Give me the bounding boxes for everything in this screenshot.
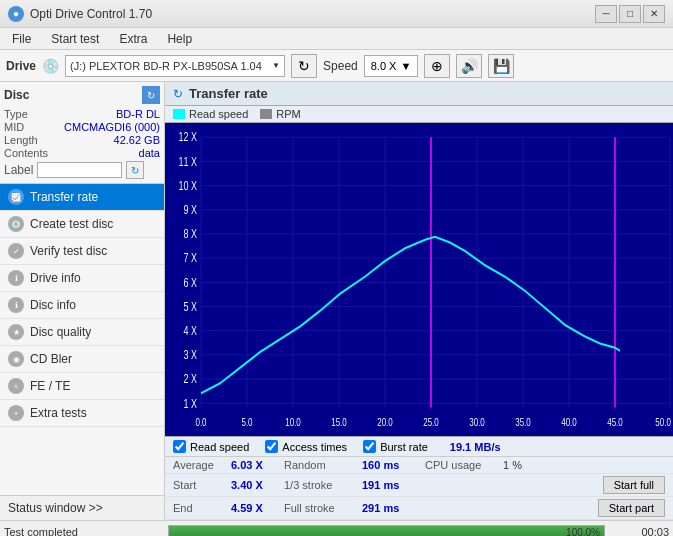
burst-rate-checkbox-item: Burst rate: [363, 440, 428, 453]
menu-file[interactable]: File: [4, 30, 39, 48]
svg-text:8 X: 8 X: [184, 227, 198, 241]
burst-rate-checkbox[interactable]: [363, 440, 376, 453]
verify-test-disc-icon: ✓: [8, 243, 24, 259]
svg-text:15.0: 15.0: [331, 416, 347, 429]
legend-rpm-color: [260, 109, 272, 119]
drive-label: Drive: [6, 59, 36, 73]
nav-item-create-test-disc-label: Create test disc: [30, 217, 113, 231]
nav-item-transfer-rate[interactable]: 📈 Transfer rate: [0, 184, 164, 211]
fe-te-icon: ≈: [8, 378, 24, 394]
one-third-stroke-value: 191 ms: [362, 479, 417, 491]
stats-row-average: Average 6.03 X Random 160 ms CPU usage 1…: [165, 457, 673, 474]
end-value: 4.59 X: [231, 502, 276, 514]
nav-item-fe-te-label: FE / TE: [30, 379, 70, 393]
speed-value: 8.0 X: [371, 60, 397, 72]
nav-item-create-test-disc[interactable]: 💿 Create test disc: [0, 211, 164, 238]
nav-item-extra-tests[interactable]: + Extra tests: [0, 400, 164, 427]
disc-contents-value: data: [139, 147, 160, 159]
full-stroke-label: Full stroke: [284, 502, 354, 514]
svg-text:4 X: 4 X: [184, 323, 198, 337]
drive-select[interactable]: (J:) PLEXTOR BD-R PX-LB950SA 1.04 ▼: [65, 55, 285, 77]
average-label: Average: [173, 459, 223, 471]
start-full-button[interactable]: Start full: [603, 476, 665, 494]
transfer-rate-chart: 12 X 11 X 10 X 9 X 8 X 7 X 6 X 5 X 4 X 3…: [165, 123, 673, 436]
nav-item-transfer-rate-label: Transfer rate: [30, 190, 98, 204]
disc-contents-row: Contents data: [4, 147, 160, 159]
access-times-checkbox[interactable]: [265, 440, 278, 453]
start-part-button[interactable]: Start part: [598, 499, 665, 517]
bottom-panel: Read speed Access times Burst rate 19.1 …: [165, 436, 673, 520]
svg-text:5 X: 5 X: [184, 299, 198, 313]
svg-text:20.0: 20.0: [377, 416, 393, 429]
nav-item-fe-te[interactable]: ≈ FE / TE: [0, 373, 164, 400]
nav-item-disc-info[interactable]: ℹ Disc info: [0, 292, 164, 319]
legend-read-speed: Read speed: [173, 108, 248, 120]
legend-read-speed-label: Read speed: [189, 108, 248, 120]
svg-text:30.0: 30.0: [469, 416, 485, 429]
svg-text:9 X: 9 X: [184, 202, 198, 216]
menu-help[interactable]: Help: [159, 30, 200, 48]
svg-text:11 X: 11 X: [179, 154, 198, 168]
status-text: Test completed: [4, 526, 164, 537]
status-time: 00:03: [609, 526, 669, 537]
disc-length-value: 42.62 GB: [114, 134, 160, 146]
speed-label: Speed: [323, 59, 358, 73]
main-layout: Disc ↻ Type BD-R DL MID CMCMAGDI6 (000) …: [0, 82, 673, 520]
svg-text:40.0: 40.0: [561, 416, 577, 429]
status-window-button[interactable]: Status window >>: [0, 495, 164, 520]
nav-items: 📈 Transfer rate 💿 Create test disc ✓ Ver…: [0, 184, 164, 495]
toolbar-btn-3[interactable]: 💾: [488, 54, 514, 78]
read-speed-checkbox[interactable]: [173, 440, 186, 453]
nav-item-drive-info[interactable]: ℹ Drive info: [0, 265, 164, 292]
toolbar-btn-2[interactable]: 🔊: [456, 54, 482, 78]
svg-text:1 X: 1 X: [184, 396, 198, 410]
disc-info-icon: ℹ: [8, 297, 24, 313]
read-speed-checkbox-item: Read speed: [173, 440, 249, 453]
nav-item-disc-quality[interactable]: ★ Disc quality: [0, 319, 164, 346]
svg-text:5.0: 5.0: [241, 416, 253, 429]
average-value: 6.03 X: [231, 459, 276, 471]
disc-label-key: Label: [4, 163, 33, 177]
progress-text: 100.0%: [566, 526, 600, 537]
start-label: Start: [173, 479, 223, 491]
window-controls: ─ □ ✕: [595, 5, 665, 23]
menu-start-test[interactable]: Start test: [43, 30, 107, 48]
disc-length-label: Length: [4, 134, 38, 146]
disc-mid-row: MID CMCMAGDI6 (000): [4, 121, 160, 133]
burst-rate-checkbox-label: Burst rate: [380, 441, 428, 453]
disc-label-edit-button[interactable]: ↻: [126, 161, 144, 179]
nav-item-cd-bler[interactable]: ◉ CD Bler: [0, 346, 164, 373]
main-content: ↻ Transfer rate Read speed RPM: [165, 82, 673, 520]
close-button[interactable]: ✕: [643, 5, 665, 23]
disc-mid-value: CMCMAGDI6 (000): [64, 121, 160, 133]
chart-legend: Read speed RPM: [165, 106, 673, 123]
status-bar: Test completed 100.0% 00:03: [0, 520, 673, 536]
legend-rpm-label: RPM: [276, 108, 300, 120]
disc-type-label: Type: [4, 108, 28, 120]
speed-select[interactable]: 8.0 X ▼: [364, 55, 419, 77]
disc-quality-icon: ★: [8, 324, 24, 340]
read-speed-checkbox-label: Read speed: [190, 441, 249, 453]
svg-text:2 X: 2 X: [184, 372, 198, 386]
nav-item-disc-info-label: Disc info: [30, 298, 76, 312]
access-times-checkbox-item: Access times: [265, 440, 347, 453]
svg-text:7 X: 7 X: [184, 251, 198, 265]
create-test-disc-icon: 💿: [8, 216, 24, 232]
minimize-button[interactable]: ─: [595, 5, 617, 23]
nav-item-drive-info-label: Drive info: [30, 271, 81, 285]
toolbar-btn-1[interactable]: ⊕: [424, 54, 450, 78]
maximize-button[interactable]: □: [619, 5, 641, 23]
one-third-stroke-label: 1/3 stroke: [284, 479, 354, 491]
disc-contents-label: Contents: [4, 147, 48, 159]
disc-refresh-button[interactable]: ↻: [142, 86, 160, 104]
nav-item-verify-test-disc[interactable]: ✓ Verify test disc: [0, 238, 164, 265]
app-title: Opti Drive Control 1.70: [30, 7, 152, 21]
speed-arrow: ▼: [400, 60, 411, 72]
status-window-label: Status window >>: [8, 501, 103, 515]
stats-row-end: End 4.59 X Full stroke 291 ms Start part: [165, 497, 673, 520]
drive-select-arrow: ▼: [272, 61, 280, 70]
disc-label-input[interactable]: [37, 162, 122, 178]
drive-refresh-button[interactable]: ↻: [291, 54, 317, 78]
disc-section: Disc ↻ Type BD-R DL MID CMCMAGDI6 (000) …: [0, 82, 164, 184]
menu-extra[interactable]: Extra: [111, 30, 155, 48]
